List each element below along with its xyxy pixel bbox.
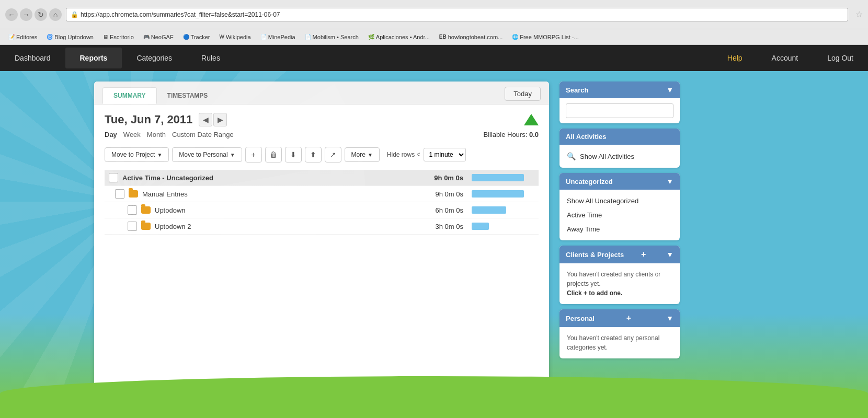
minute-select[interactable]: 1 minute: [424, 148, 466, 161]
range-month[interactable]: Month: [147, 131, 166, 138]
row-name: Manual Entries: [142, 190, 411, 198]
range-custom[interactable]: Custom Date Range: [172, 131, 234, 138]
refresh-button[interactable]: ↻: [35, 8, 47, 21]
clients-add-icon[interactable]: +: [641, 250, 646, 259]
delete-row-button[interactable]: 🗑: [265, 147, 282, 162]
bookmark-wikipedia[interactable]: W Wikipedia: [215, 33, 255, 41]
forward-button[interactable]: →: [20, 8, 32, 21]
row-checkbox[interactable]: [128, 222, 137, 231]
tab-summary[interactable]: SUMMARY: [102, 87, 157, 104]
uncategorized-expand-icon[interactable]: ▼: [666, 177, 673, 185]
browser-bar: ← → ↻ ⌂ 🔒 https://app.chrometa.com/summa…: [0, 0, 868, 29]
active-time-link[interactable]: Active Time: [559, 208, 680, 222]
progress-bar: [472, 223, 489, 230]
move-to-personal-button[interactable]: Move to Personal ▼: [172, 147, 242, 162]
nav-dashboard[interactable]: Dashboard: [0, 48, 65, 68]
next-date-button[interactable]: ▶: [213, 113, 227, 126]
clients-projects-header: Clients & Projects + ▼: [559, 246, 680, 263]
range-day[interactable]: Day: [105, 131, 117, 138]
sidebar-clients-projects-section: Clients & Projects + ▼ You haven't creat…: [559, 246, 680, 304]
nav-help[interactable]: Help: [713, 48, 757, 68]
folder-icon: [141, 223, 151, 230]
blog-uptodown-icon: 🌀: [47, 34, 53, 40]
prev-date-button[interactable]: ◀: [199, 113, 212, 126]
mobilism-icon: 📄: [305, 34, 311, 40]
row-name: Uptodown: [155, 206, 411, 214]
progress-bar: [472, 190, 524, 198]
add-row-button[interactable]: +: [245, 147, 262, 162]
aplicaciones-icon: 🌿: [368, 34, 374, 40]
away-time-link[interactable]: Away Time: [559, 222, 680, 236]
row-name: Uptodown 2: [155, 223, 411, 230]
range-week[interactable]: Week: [123, 131, 141, 138]
tab-timestamps[interactable]: TIMESTAMPS: [157, 88, 219, 103]
search-input[interactable]: [566, 103, 673, 118]
table-row: Manual Entries 9h 0m 0s: [105, 186, 539, 202]
nav-rules[interactable]: Rules: [187, 48, 235, 68]
date-header: Tue, Jun 7, 2011 ◀ ▶: [105, 113, 539, 126]
wikipedia-icon: W: [219, 34, 224, 40]
search-header: Search ▼: [559, 82, 680, 98]
row-time: 9h 0m 0s: [411, 174, 463, 182]
back-button[interactable]: ←: [5, 8, 18, 21]
table-row: Active Time - Uncategorized 9h 0m 0s: [105, 170, 539, 186]
neogaf-icon: 🎮: [143, 34, 150, 40]
address-bar[interactable]: 🔒 https://app.chrometa.com/summaries?cat…: [66, 8, 848, 21]
green-hill: [0, 376, 868, 418]
status-triangle-icon: [524, 114, 539, 125]
row-time: 3h 0m 0s: [411, 223, 463, 230]
home-button[interactable]: ⌂: [49, 8, 62, 21]
move-project-dropdown-icon: ▼: [157, 152, 162, 158]
upload-button[interactable]: ⬆: [305, 147, 322, 162]
personal-add-icon[interactable]: +: [626, 314, 631, 323]
show-all-activities-link[interactable]: 🔍 Show All Activities: [559, 149, 680, 164]
show-all-uncategorized-link[interactable]: Show All Uncategorized: [559, 194, 680, 208]
nav-logout[interactable]: Log Out: [813, 48, 868, 68]
magnifier-icon: 🔍: [567, 152, 576, 160]
sidebar-personal-section: Personal + ▼ You haven't created any per…: [559, 309, 680, 358]
escritorio-icon: 🖥: [103, 34, 108, 40]
bookmark-mmorpg[interactable]: 🌐 Free MMORPG List -...: [508, 33, 583, 41]
move-to-project-button[interactable]: Move to Project ▼: [105, 147, 169, 162]
row-time: 9h 0m 0s: [411, 190, 463, 198]
more-button[interactable]: More ▼: [345, 147, 380, 162]
lock-icon: 🔒: [71, 11, 78, 18]
bookmark-escritorio[interactable]: 🖥 Escritorio: [99, 33, 138, 41]
uncategorized-body: Show All Uncategorized Active Time Away …: [559, 190, 680, 240]
row-checkbox[interactable]: [128, 205, 137, 215]
external-link-button[interactable]: ↗: [325, 147, 341, 162]
nav-categories[interactable]: Categories: [122, 48, 187, 68]
bookmark-editores[interactable]: 📝 Editores: [4, 33, 41, 41]
sidebar: Search ▼ All Activities 🔍 Show All Activ…: [559, 82, 680, 408]
bookmarks-bar: 📝 Editores 🌀 Blog Uptodown 🖥 Escritorio …: [0, 29, 868, 45]
row-checkbox[interactable]: [115, 189, 124, 199]
bookmark-aplicaciones[interactable]: 🌿 Aplicaciones • Andr...: [364, 33, 434, 41]
sidebar-search-section: Search ▼: [559, 82, 680, 123]
sidebar-all-activities-section: All Activities 🔍 Show All Activities: [559, 129, 680, 168]
bookmark-mobilism[interactable]: 📄 Mobilism • Search: [301, 33, 363, 41]
personal-expand-icon[interactable]: ▼: [666, 314, 673, 322]
sidebar-uncategorized-section: Uncategorized ▼ Show All Uncategorized A…: [559, 173, 680, 240]
all-activities-body: 🔍 Show All Activities: [559, 145, 680, 168]
table-row: Uptodown 6h 0m 0s: [105, 202, 539, 218]
clients-projects-info: You haven't created any clients or proje…: [559, 263, 680, 304]
bookmark-tracker[interactable]: 🔵 Tracker: [179, 33, 214, 41]
download-button[interactable]: ⬇: [285, 147, 302, 162]
bookmark-blog-uptodown[interactable]: 🌀 Blog Uptodown: [42, 33, 98, 41]
progress-bar-container: [472, 174, 534, 181]
clients-expand-icon[interactable]: ▼: [666, 250, 673, 259]
nav-account[interactable]: Account: [757, 48, 813, 68]
row-checkbox[interactable]: [109, 173, 118, 182]
billable-hours: Billable Hours: 0.0: [483, 131, 539, 138]
row-name: Active Time - Uncategorized: [122, 174, 411, 182]
search-expand-icon[interactable]: ▼: [666, 86, 673, 94]
date-navigation: ◀ ▶: [199, 113, 227, 126]
bookmark-minepedia[interactable]: 📄 MinePedia: [256, 33, 300, 41]
bookmark-star-icon[interactable]: ☆: [855, 9, 863, 19]
progress-bar: [472, 174, 524, 181]
bookmark-neogaf[interactable]: 🎮 NeoGAF: [139, 33, 178, 41]
today-button[interactable]: Today: [505, 87, 541, 101]
nav-reports[interactable]: Reports: [65, 48, 122, 68]
bookmark-howlong[interactable]: EB howlongtobeat.com...: [435, 33, 507, 41]
all-activities-header: All Activities: [559, 129, 680, 145]
